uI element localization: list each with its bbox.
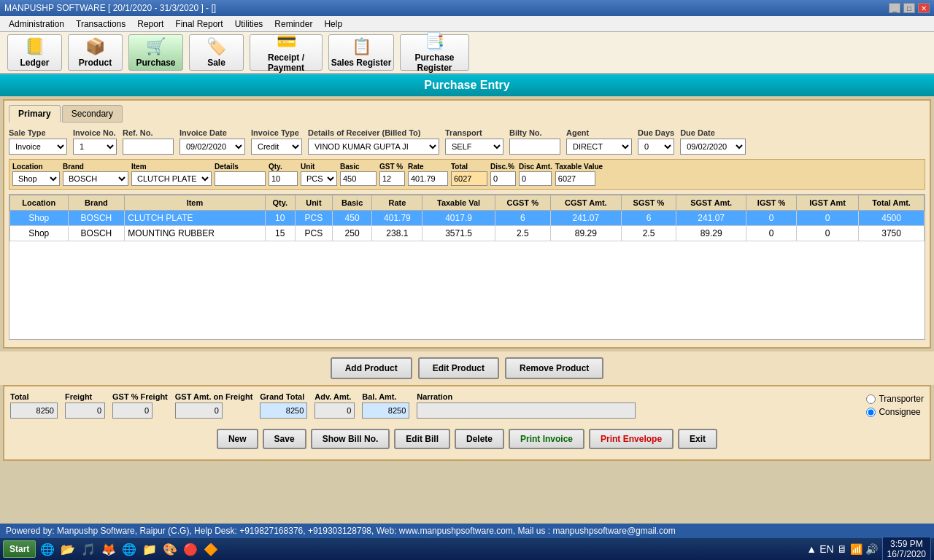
taskbar-icon-6[interactable]: 🎨 <box>161 540 179 558</box>
item-name-select[interactable]: CLUTCH PLATE <box>131 171 212 186</box>
print-invoice-button[interactable]: Print Invoice <box>509 429 584 449</box>
grand-total-input[interactable] <box>260 402 307 419</box>
adv-amt-group: Adv. Amt. <box>314 392 355 419</box>
print-envelope-button[interactable]: Print Envelope <box>589 429 674 449</box>
item-total-input[interactable] <box>451 171 487 186</box>
item-location-select[interactable]: Shop <box>12 171 60 186</box>
ref-no-input[interactable] <box>123 139 174 155</box>
adv-amt-label: Adv. Amt. <box>314 392 355 401</box>
tab-primary[interactable]: Primary <box>9 105 61 122</box>
delete-button[interactable]: Delete <box>455 429 504 449</box>
item-rate-input[interactable] <box>408 171 448 186</box>
minimize-btn[interactable]: _ <box>889 3 900 13</box>
transporter-radio[interactable] <box>866 394 876 404</box>
invoice-no-select[interactable]: 1 <box>73 139 117 155</box>
maximize-btn[interactable]: □ <box>903 3 915 13</box>
remove-product-button[interactable]: Remove Product <box>505 357 603 379</box>
due-days-select[interactable]: 0 <box>638 139 674 155</box>
menu-administration[interactable]: Administration <box>3 18 70 31</box>
taskbar-icon-2[interactable]: 🎵 <box>80 540 97 558</box>
add-product-button[interactable]: Add Product <box>331 357 412 379</box>
table-cell: 6 <box>495 211 550 226</box>
col-qty: Qty. <box>265 195 296 211</box>
taskbar-icon-8[interactable]: 🔶 <box>202 540 220 558</box>
exit-button[interactable]: Exit <box>678 429 717 449</box>
menu-help[interactable]: Help <box>318 18 348 31</box>
invoice-type-select[interactable]: Credit <box>251 139 302 155</box>
toolbar-ledger[interactable]: 📒 Ledger <box>7 34 62 71</box>
menu-utilities[interactable]: Utilities <box>229 18 269 31</box>
toolbar-purchase-register[interactable]: 📑 Purchase Register <box>400 34 469 71</box>
tab-secondary[interactable]: Secondary <box>62 105 123 122</box>
taskbar-icon-3[interactable]: 🦊 <box>100 540 117 558</box>
close-btn[interactable]: ✕ <box>918 3 930 13</box>
start-button[interactable]: Start <box>3 540 36 558</box>
taskbar-icon-5[interactable]: 📁 <box>141 540 158 558</box>
bal-amt-input[interactable] <box>362 402 409 419</box>
table-cell: 0 <box>746 211 797 226</box>
menu-transactions[interactable]: Transactions <box>70 18 131 31</box>
invoice-no-label: Invoice No. <box>73 128 117 137</box>
gst-amt-freight-input[interactable] <box>175 402 223 419</box>
clock-time: 3:59 PM <box>887 539 926 549</box>
menu-reminder[interactable]: Reminder <box>269 18 318 31</box>
taskbar-icon-4[interactable]: 🌐 <box>120 540 138 558</box>
gst-amt-freight-group: GST Amt. on Freight <box>175 392 253 419</box>
gst-freight-input[interactable] <box>112 402 153 419</box>
table-cell: 2.5 <box>495 226 550 241</box>
taskbar-icon-1[interactable]: 📂 <box>59 540 77 558</box>
menu-final-report[interactable]: Final Report <box>169 18 228 31</box>
narration-input[interactable] <box>417 402 636 419</box>
table-row[interactable]: ShopBOSCHCLUTCH PLATE10PCS450401.794017.… <box>10 211 925 226</box>
item-disc-amt-group: Disc Amt. <box>519 163 552 186</box>
item-details-input[interactable] <box>215 171 266 186</box>
edit-product-button[interactable]: Edit Product <box>418 357 499 379</box>
taskbar-icon-0[interactable]: 🌐 <box>39 540 56 558</box>
toolbar-purchase[interactable]: 🛒 Purchase <box>128 34 183 71</box>
item-taxable-input[interactable] <box>555 171 595 186</box>
item-gst-pct-input[interactable] <box>379 171 405 186</box>
item-disc-pct-group: Disc.% <box>490 163 516 186</box>
item-basic-input[interactable] <box>340 171 377 186</box>
tray-arrow-icon[interactable]: ▲ <box>806 543 817 555</box>
toolbar-receipt[interactable]: 💳 Receipt / Payment <box>250 34 323 71</box>
sale-type-select[interactable]: Invoice <box>9 139 67 155</box>
toolbar-product-label: Product <box>79 58 112 68</box>
table-header: Location Brand Item Qty. Unit Basic Rate… <box>10 195 925 211</box>
new-button[interactable]: New <box>217 429 258 449</box>
invoice-date-select[interactable]: 09/02/2020 <box>180 139 245 155</box>
toolbar-product[interactable]: 📦 Product <box>68 34 123 71</box>
total-input[interactable] <box>10 402 58 419</box>
item-basic-label: Basic <box>340 163 377 171</box>
due-date-select[interactable]: 09/02/2020 <box>680 139 746 155</box>
save-button[interactable]: Save <box>263 429 306 449</box>
item-details-label: Details <box>215 163 266 171</box>
toolbar-sale[interactable]: 🏷️ Sale <box>189 34 244 71</box>
item-qty-input[interactable] <box>269 171 298 186</box>
show-bill-no-button[interactable]: Show Bill No. <box>311 429 390 449</box>
col-igst-pct: IGST % <box>746 195 797 211</box>
item-unit-select[interactable]: PCS <box>301 171 337 186</box>
freight-input[interactable] <box>65 402 105 419</box>
toolbar: 📒 Ledger 📦 Product 🛒 Purchase 🏷️ Sale 💳 … <box>0 32 934 74</box>
purchase-icon: 🛒 <box>146 37 166 56</box>
adv-amt-input[interactable] <box>314 402 355 419</box>
bilty-no-group: Bilty No. <box>509 128 560 155</box>
transport-select[interactable]: SELF <box>445 139 503 155</box>
consignee-radio[interactable] <box>866 408 876 417</box>
item-brand-select[interactable]: BOSCH <box>63 171 128 186</box>
clock-date: 16/7/2020 <box>887 549 926 559</box>
menu-report[interactable]: Report <box>131 18 169 31</box>
agent-select[interactable]: DIRECT <box>566 139 632 155</box>
taskbar-icon-7[interactable]: 🔴 <box>182 540 199 558</box>
receiver-select[interactable]: VINOD KUMAR GUPTA JI <box>308 139 439 155</box>
item-disc-pct-input[interactable] <box>490 171 516 186</box>
edit-bill-button[interactable]: Edit Bill <box>394 429 450 449</box>
toolbar-sales-register[interactable]: 📋 Sales Register <box>328 34 394 71</box>
item-disc-amt-input[interactable] <box>519 171 552 186</box>
bal-amt-group: Bal. Amt. <box>362 392 409 419</box>
table-row[interactable]: ShopBOSCHMOUNTING RUBBER15PCS250238.1357… <box>10 226 925 241</box>
gst-amt-freight-label: GST Amt. on Freight <box>175 392 253 401</box>
tray-network-icon: 📶 <box>850 543 862 555</box>
bilty-no-input[interactable] <box>509 139 560 155</box>
